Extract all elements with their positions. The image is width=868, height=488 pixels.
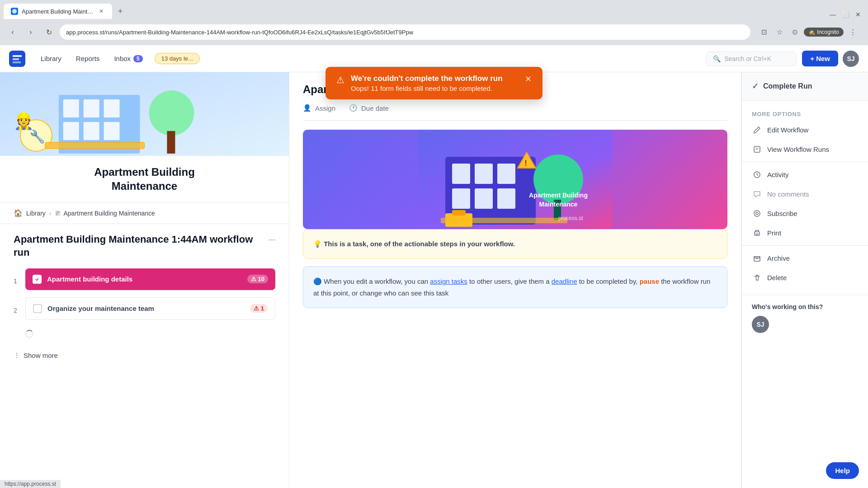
due-date-button[interactable]: 🕐 Due date [349, 104, 389, 112]
more-options-label: More Options [742, 108, 868, 120]
svg-point-11 [149, 90, 194, 136]
svg-text:!: ! [524, 159, 527, 168]
run-menu-button[interactable]: ··· [269, 235, 275, 244]
svg-rect-9 [84, 122, 99, 140]
app-logo[interactable] [9, 51, 25, 67]
home-breadcrumb-icon: 🏠 [14, 209, 23, 217]
reports-nav-link[interactable]: Reports [70, 51, 106, 66]
assign-button[interactable]: 👤 Assign [303, 104, 335, 112]
bookmark-icon[interactable]: ☆ [773, 26, 786, 38]
task-loading-spinner [25, 330, 33, 338]
task-checkbox-1[interactable] [33, 275, 42, 284]
task-number-2: 2 [14, 307, 22, 314]
task-cover-image: ! process.st Apartment Building Maintena… [303, 130, 727, 229]
print-item[interactable]: Print [742, 223, 868, 243]
no-comments-item[interactable]: No comments [742, 184, 868, 204]
task-workflow-box: 🔵 When you edit a workflow, you can assi… [303, 266, 727, 308]
close-window-button[interactable]: ✕ [854, 10, 863, 19]
search-bar[interactable]: 🔍 Search or Ctrl+K [706, 52, 797, 66]
address-bar[interactable]: app.process.st/runs/Apartment-Building-M… [60, 24, 750, 40]
svg-rect-26 [497, 188, 515, 209]
run-title-section: Apartment Building Maintenance 1:44AM wo… [0, 224, 289, 263]
view-workflow-runs-item[interactable]: View Workflow Runs [742, 140, 868, 159]
toast-title: We're couldn't complete the workflow run [351, 74, 519, 83]
complete-run-button[interactable]: ✓ Complete Run [742, 72, 868, 101]
library-nav-link[interactable]: Library [34, 51, 68, 66]
svg-text:Apartment Building: Apartment Building [529, 192, 588, 199]
task-details-panel: Apartment building details 👤 Assign 🕐 Du… [289, 72, 741, 488]
new-button[interactable]: + New [802, 51, 838, 66]
task-number-1: 1 [14, 277, 22, 285]
workflow-arrow-icon: 🔵 [313, 277, 324, 285]
svg-rect-23 [497, 164, 515, 184]
menu-icon[interactable]: ⋮ [846, 26, 859, 38]
task-error-count-1: 10 [258, 276, 264, 282]
activity-item[interactable]: Activity [742, 165, 868, 184]
task-label-2: Organize your maintenance team [47, 305, 245, 312]
edit-workflow-item[interactable]: Edit Workflow [742, 120, 868, 140]
svg-text:process.st: process.st [558, 215, 583, 221]
task-checkbox-2[interactable] [33, 304, 42, 313]
user-avatar[interactable]: SJ [843, 51, 859, 67]
tab-favicon [11, 8, 18, 15]
svg-rect-22 [475, 164, 493, 184]
due-date-label: Due date [361, 104, 389, 112]
incognito-badge: 🕵 Incognito [804, 28, 844, 37]
help-button[interactable]: Help [826, 462, 859, 479]
delete-icon [752, 274, 762, 282]
options-divider-2 [742, 245, 868, 246]
workflow-text-1: When you edit a workflow, you can [324, 277, 430, 285]
worker-avatar[interactable]: SJ [752, 316, 769, 333]
toast-close-button[interactable]: ✕ [525, 74, 532, 84]
svg-text:👷: 👷 [14, 111, 34, 131]
incognito-label: Incognito [817, 29, 839, 35]
inbox-nav-link[interactable]: Inbox 5 [108, 51, 149, 66]
svg-rect-32 [452, 210, 466, 216]
subscribe-item[interactable]: Subscribe [742, 204, 868, 223]
toast-subtitle: Oops! 11 form fields still need to be co… [351, 84, 519, 92]
options-panel: ✓ Complete Run More Options Edit Workflo… [741, 72, 868, 488]
archive-item[interactable]: Archive [742, 249, 868, 268]
delete-item[interactable]: Delete [742, 268, 868, 287]
breadcrumb-separator: › [49, 210, 52, 217]
task-item-1[interactable]: Apartment building details ⚠ 10 [25, 268, 275, 290]
main-content: 🔧 👷 Apartment BuildingMaintenance 🏠 Libr… [0, 72, 868, 488]
tab-title: Apartment Building Maintenanc... [22, 8, 94, 15]
status-bar: https://app.process.st [0, 480, 61, 488]
restore-button[interactable]: ⬜ [841, 10, 850, 19]
profile-icon[interactable]: ⊙ [788, 26, 801, 38]
show-more-button[interactable]: ⋮ Show more [0, 345, 289, 366]
task-info-box: 💡 This is a task, one of the actionable … [303, 229, 727, 259]
cast-icon[interactable]: ⊡ [758, 26, 770, 38]
who-working-section: Who's working on this? SJ [742, 295, 868, 341]
assign-tasks-link[interactable]: assign tasks [430, 277, 467, 285]
back-button[interactable]: ‹ [5, 25, 20, 39]
complete-run-label: Complete Run [763, 82, 812, 90]
pause-link[interactable]: pause [640, 277, 659, 285]
svg-rect-24 [452, 188, 470, 209]
task-meta-row: 👤 Assign 🕐 Due date [303, 104, 727, 121]
nav-links: Library Reports Inbox 5 13 days le... [34, 51, 200, 66]
deadline-link[interactable]: deadline [552, 277, 577, 285]
task-list: 1 Apartment building details ⚠ 10 [0, 264, 289, 345]
print-label: Print [767, 229, 781, 237]
workflow-breadcrumb-link[interactable]: Apartment Building Maintenance [55, 210, 155, 217]
assign-icon: 👤 [303, 104, 311, 112]
inbox-count-badge: 5 [133, 55, 143, 62]
minimize-button[interactable]: — [828, 10, 837, 19]
library-breadcrumb-link[interactable]: Library [26, 210, 46, 217]
task-item-2[interactable]: Organize your maintenance team ⚠ 1 [25, 297, 275, 320]
activity-icon [752, 171, 762, 178]
browser-tab[interactable]: Apartment Building Maintenanc... ✕ [4, 4, 112, 19]
subscribe-icon [752, 210, 762, 217]
new-tab-button[interactable]: + [114, 5, 127, 18]
svg-point-40 [756, 212, 758, 215]
task-info-text: 💡 This is a task, one of the actionable … [313, 239, 717, 249]
task-info-bold: This is a task, one of the actionable st… [324, 240, 515, 248]
tab-close-button[interactable]: ✕ [98, 8, 105, 15]
svg-rect-21 [452, 164, 470, 184]
comments-icon [752, 190, 762, 198]
trial-badge[interactable]: 13 days le... [155, 53, 200, 64]
refresh-button[interactable]: ↻ [42, 25, 56, 39]
forward-button[interactable]: › [24, 25, 38, 39]
